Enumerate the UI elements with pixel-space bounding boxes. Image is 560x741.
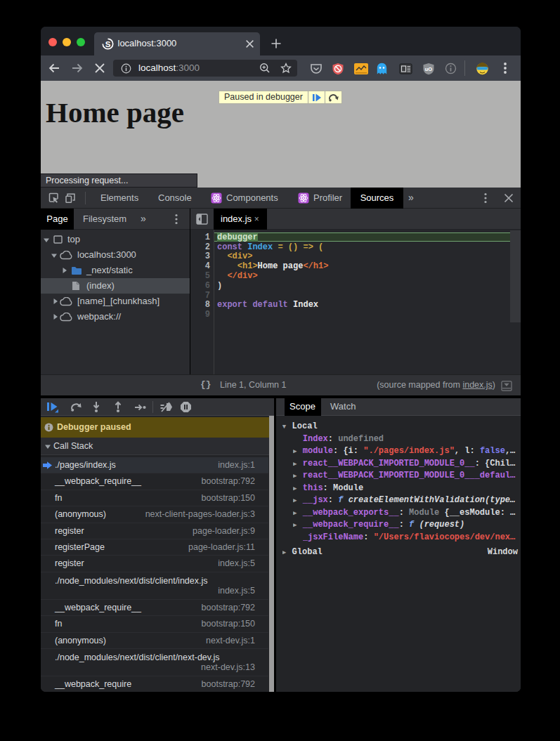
svg-text:S: S xyxy=(105,40,110,48)
svg-text:uO: uO xyxy=(425,66,433,72)
